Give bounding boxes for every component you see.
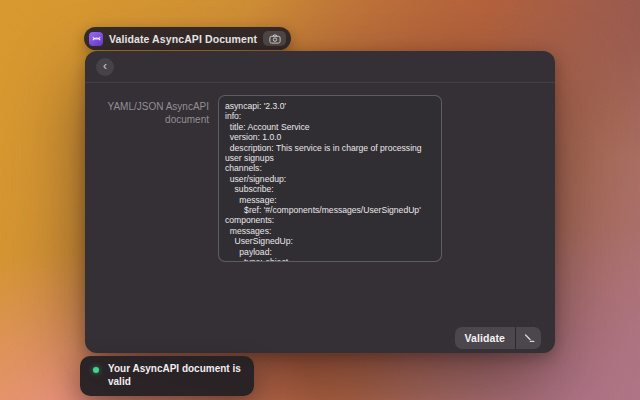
command-title: Validate AsyncAPI Document — [109, 33, 257, 45]
action-bar: Validate — [455, 327, 542, 349]
camera-icon — [269, 34, 281, 44]
raycast-window: ‹ YAML/JSON AsyncAPI document asyncapi: … — [85, 51, 555, 353]
keyboard-shortcut-icon — [523, 332, 535, 344]
textarea-label: YAML/JSON AsyncAPI document — [101, 95, 209, 262]
toast-message: Your AsyncAPI document is valid — [108, 363, 242, 388]
desktop-background: Validate AsyncAPI Document ‹ YAML/JSON A… — [0, 0, 640, 400]
capture-badge-button[interactable] — [263, 31, 286, 46]
asyncapi-icon — [89, 32, 103, 46]
asyncapi-document-textarea[interactable]: asyncapi: '2.3.0' info: title: Account S… — [218, 95, 442, 262]
shortcut-key-button[interactable] — [516, 327, 541, 349]
command-pill: Validate AsyncAPI Document — [84, 27, 291, 50]
validation-toast: Your AsyncAPI document is valid — [80, 356, 254, 396]
window-header: ‹ — [85, 51, 555, 83]
back-button[interactable]: ‹ — [96, 58, 114, 76]
success-status-dot — [93, 367, 99, 373]
document-form: YAML/JSON AsyncAPI document asyncapi: '2… — [85, 83, 555, 262]
validate-button-group: Validate — [455, 327, 542, 349]
validate-button[interactable]: Validate — [455, 327, 516, 349]
